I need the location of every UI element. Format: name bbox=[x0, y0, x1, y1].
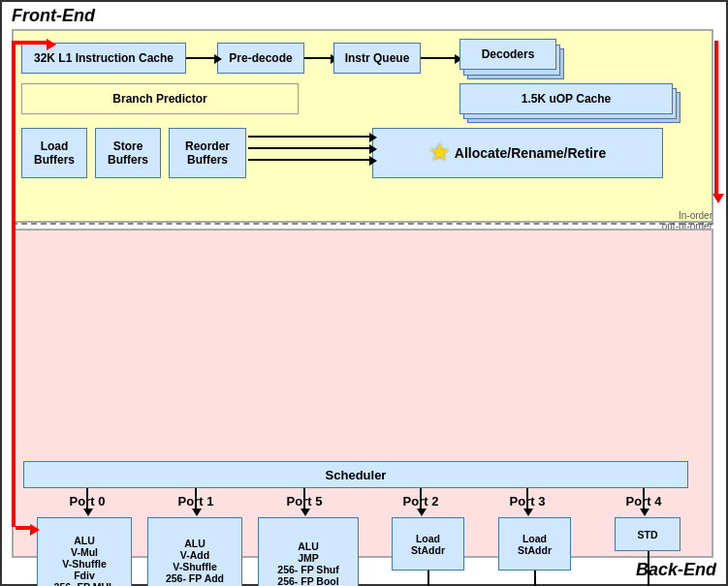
backend-region: Scheduler Port 0 Port 1 Port 5 Port 2 Po… bbox=[12, 229, 713, 558]
decoders-box: Decoders bbox=[459, 39, 556, 70]
uop-cache-box: 1.5K uOP Cache bbox=[459, 83, 673, 114]
branch-predictor-box: Branch Predictor bbox=[21, 83, 299, 114]
arrow-sched-port0 bbox=[86, 488, 88, 509]
red-top-arrow bbox=[16, 41, 48, 45]
arrow-sched-port2 bbox=[420, 488, 422, 509]
port3-unit-box: Load StAddr bbox=[498, 517, 571, 571]
allocate-box: ★ Allocate/Rename/Retire bbox=[372, 128, 663, 178]
arrow-sched-port4 bbox=[643, 488, 645, 509]
port0-unit-box: ALU V-Mul V-Shuffle Fdiv 256- FP MUL 256… bbox=[37, 517, 132, 586]
store-buffers-box: Store Buffers bbox=[95, 128, 161, 178]
arrow-instr-decoders bbox=[421, 57, 456, 59]
arrow-sched-port5 bbox=[303, 488, 305, 509]
arrow-sched-port3 bbox=[526, 488, 528, 509]
instr-queue-box: Instr Queue bbox=[333, 43, 421, 74]
load-buffers-box: Load Buffers bbox=[21, 128, 87, 178]
port4-unit-box: STD bbox=[615, 517, 681, 551]
frontend-region: 32K L1 Instruction Cache Pre-decode Inst… bbox=[12, 29, 713, 223]
arrow-rob-alloc3 bbox=[248, 159, 370, 161]
arrow-l1-predecode bbox=[186, 57, 215, 59]
red-right-border-top bbox=[714, 41, 718, 196]
arrow-port4-down bbox=[648, 551, 649, 586]
port2-unit-box: Load StAddr bbox=[392, 517, 464, 571]
port1-unit-box: ALU V-Add V-Shuffle 256- FP Add bbox=[147, 517, 242, 586]
arrow-rob-alloc1 bbox=[248, 136, 370, 138]
header-label: Front-End bbox=[12, 6, 95, 26]
arrow-port2-down bbox=[427, 571, 429, 586]
scheduler-box: Scheduler bbox=[23, 461, 688, 488]
port5-unit-box: ALU JMP 256- FP Shuf 256- FP Bool 256- F… bbox=[258, 517, 359, 586]
arrow-sched-port1 bbox=[195, 488, 197, 509]
arrow-rob-alloc2 bbox=[248, 147, 370, 149]
reorder-buffers-box: Reorder Buffers bbox=[169, 128, 246, 178]
arrow-predecode-instr bbox=[304, 57, 332, 59]
predecode-box: Pre-decode bbox=[217, 43, 304, 74]
red-bottom-arrow-left bbox=[16, 526, 32, 530]
arrow-port3-down bbox=[534, 571, 536, 586]
star-icon: ★ bbox=[429, 140, 449, 166]
main-container: Front-End Back-End 32K L1 Instruction Ca… bbox=[0, 0, 728, 586]
red-left-border bbox=[12, 41, 16, 527]
dashed-separator bbox=[12, 223, 713, 225]
